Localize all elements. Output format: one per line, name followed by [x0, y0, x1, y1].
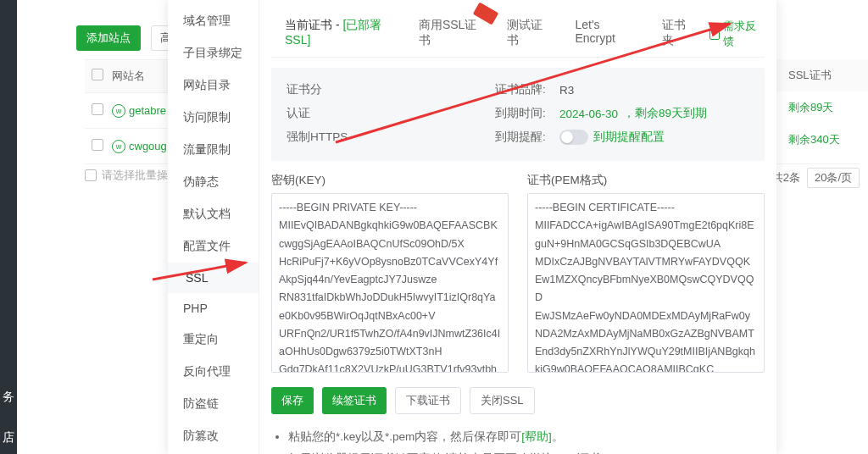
- ssl-tabs: 当前证书 - [已部署SSL] 商用SSL证书 测试证书 Let's Encry…: [271, 10, 765, 58]
- label-cert: 证书(PEM格式): [527, 173, 765, 188]
- sidebar-item-10[interactable]: 重定向: [168, 324, 259, 356]
- label-auth: 认证: [287, 106, 346, 121]
- sidebar-item-6[interactable]: 默认文档: [168, 198, 259, 230]
- pager: 共2条 20条/页: [772, 168, 860, 188]
- site-name[interactable]: cwgoug: [129, 140, 167, 152]
- help-link[interactable]: [帮助]: [521, 430, 552, 443]
- main-left-nav: 务 店: [0, 0, 17, 454]
- col-ssl-head: SSL证书: [776, 59, 868, 91]
- feedback-icon: [709, 28, 720, 40]
- leftnav-item[interactable]: 务: [3, 390, 14, 405]
- site-toolbar: 添加站点 高: [76, 25, 181, 51]
- label-force-https: 强制HTTPS: [287, 130, 348, 145]
- ssl-actions: 保存 续签证书 下载证书 关闭SSL: [271, 387, 765, 414]
- label-brand: 证书品牌:: [495, 82, 554, 97]
- tab-test-cert[interactable]: 测试证书: [493, 10, 562, 57]
- download-button[interactable]: 下载证书: [395, 387, 461, 414]
- sidebar-item-3[interactable]: 访问限制: [168, 102, 259, 134]
- sidebar-item-4[interactable]: 流量限制: [168, 134, 259, 166]
- shield-icon: w: [112, 104, 125, 118]
- remind-toggle[interactable]: [559, 130, 588, 145]
- settings-sidebar: 域名管理子目录绑定网站目录访问限制流量限制伪静态默认文档配置文件SSLPHP重定…: [168, 0, 259, 454]
- tab-commercial-ssl[interactable]: 商用SSL证书: [405, 10, 493, 57]
- sidebar-item-2[interactable]: 网站目录: [168, 69, 259, 102]
- ssl-remain[interactable]: 剩余89天: [776, 91, 868, 124]
- tab-current-cert[interactable]: 当前证书 - [已部署SSL]: [271, 10, 405, 57]
- sidebar-item-8[interactable]: SSL: [168, 263, 259, 293]
- tab-lets-encrypt[interactable]: Let's Encrypt: [561, 10, 648, 57]
- sidebar-item-9[interactable]: PHP: [168, 293, 259, 324]
- label-remind: 到期提醒:: [495, 130, 554, 145]
- batch-bar: 请选择批量操作: [85, 168, 179, 183]
- value-brand: R3: [559, 84, 574, 97]
- sidebar-item-5[interactable]: 伪静态: [168, 166, 259, 198]
- value-expire-date: 2024-06-30: [559, 108, 618, 120]
- certificate-textarea[interactable]: [527, 193, 765, 373]
- row-checkbox[interactable]: [92, 103, 103, 115]
- tab-cert-folder[interactable]: 证书夹: [648, 10, 707, 57]
- save-button[interactable]: 保存: [271, 387, 314, 414]
- sidebar-item-13[interactable]: 防篡改: [168, 420, 259, 452]
- ssl-notes: 粘贴您的*.key以及*.pem内容，然后保存即可[帮助]。 如果浏览器提示证书…: [276, 426, 765, 454]
- row-checkbox[interactable]: [92, 139, 103, 151]
- cert-editors: 密钥(KEY) 证书(PEM格式): [271, 173, 765, 375]
- ssl-column-peek: SSL证书 剩余89天 剩余340天: [776, 59, 868, 156]
- label-cert-score: 证书分: [287, 82, 346, 97]
- sidebar-item-1[interactable]: 子目录绑定: [168, 37, 259, 69]
- sidebar-item-0[interactable]: 域名管理: [168, 5, 259, 37]
- sidebar-item-11[interactable]: 反向代理: [168, 356, 259, 388]
- add-site-button[interactable]: 添加站点: [76, 25, 141, 51]
- ssl-panel: 当前证书 - [已部署SSL] 商用SSL证书 测试证书 Let's Encry…: [259, 0, 776, 454]
- sidebar-item-12[interactable]: 防盗链: [168, 388, 259, 420]
- site-settings-modal: 域名管理子目录绑定网站目录访问限制流量限制伪静态默认文档配置文件SSLPHP重定…: [168, 0, 776, 454]
- private-key-textarea[interactable]: [271, 193, 509, 373]
- label-key: 密钥(KEY): [271, 173, 509, 188]
- renew-button[interactable]: 续签证书: [322, 387, 387, 414]
- label-expire: 到期时间:: [495, 106, 554, 121]
- cert-info-box: 证书分 证书品牌:R3 认证 到期时间:2024-06-30，剩余89天到期 强…: [271, 68, 765, 161]
- leftnav-item[interactable]: 店: [3, 430, 14, 446]
- close-ssl-button[interactable]: 关闭SSL: [470, 387, 535, 414]
- sidebar-item-7[interactable]: 配置文件: [168, 230, 259, 263]
- site-name[interactable]: getabre: [129, 104, 166, 117]
- remind-config-link[interactable]: 到期提醒配置: [593, 130, 665, 145]
- feedback-link[interactable]: 需求反馈: [706, 10, 765, 57]
- shield-icon: w: [112, 140, 125, 153]
- page-size-select[interactable]: 20条/页: [807, 168, 860, 188]
- ssl-remain[interactable]: 剩余340天: [776, 124, 868, 156]
- batch-checkbox[interactable]: [85, 169, 97, 181]
- select-all-checkbox[interactable]: [92, 69, 103, 80]
- value-expire-remain: ，剩余89天到期: [623, 106, 707, 121]
